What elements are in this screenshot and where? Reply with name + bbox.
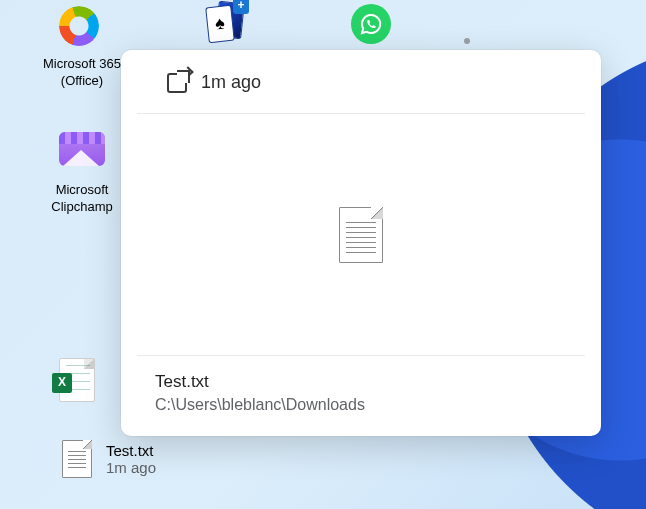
desktop-icon-label: Microsoft 365 (Office) <box>34 56 130 90</box>
recent-item-time: 1m ago <box>106 459 156 476</box>
panel-thumbnail-area[interactable] <box>121 114 601 355</box>
desktop-icon-m365[interactable]: Microsoft 365 (Office) <box>34 6 130 90</box>
recent-item-row[interactable]: Test.txt 1m ago <box>62 440 156 478</box>
text-file-icon <box>62 440 92 478</box>
panel-file-name: Test.txt <box>155 372 567 392</box>
desktop-icon-clipchamp[interactable]: Microsoft Clipchamp <box>34 126 130 216</box>
whatsapp-icon <box>351 4 391 44</box>
panel-header: 1m ago <box>137 50 585 114</box>
desktop-icon-solitaire[interactable]: ♠ + <box>180 2 276 52</box>
desktop-icon-excel-file[interactable]: X <box>52 358 112 408</box>
panel-timestamp: 1m ago <box>201 72 261 93</box>
text-file-icon <box>339 207 383 263</box>
menu-page-indicator <box>464 38 470 44</box>
panel-footer: Test.txt C:\Users\bleblanc\Downloads <box>137 355 585 436</box>
solitaire-icon: ♠ + <box>205 2 245 48</box>
excel-file-icon: X <box>59 358 95 402</box>
open-external-icon[interactable] <box>167 73 187 93</box>
panel-file-path: C:\Users\bleblanc\Downloads <box>155 396 567 414</box>
desktop-icon-whatsapp[interactable] <box>326 4 422 54</box>
file-preview-panel: 1m ago Test.txt C:\Users\bleblanc\Downlo… <box>121 50 601 436</box>
clipchamp-icon <box>59 132 105 166</box>
desktop-icon-label: Microsoft Clipchamp <box>34 182 130 216</box>
m365-icon <box>59 6 99 46</box>
recent-item-name: Test.txt <box>106 442 156 459</box>
